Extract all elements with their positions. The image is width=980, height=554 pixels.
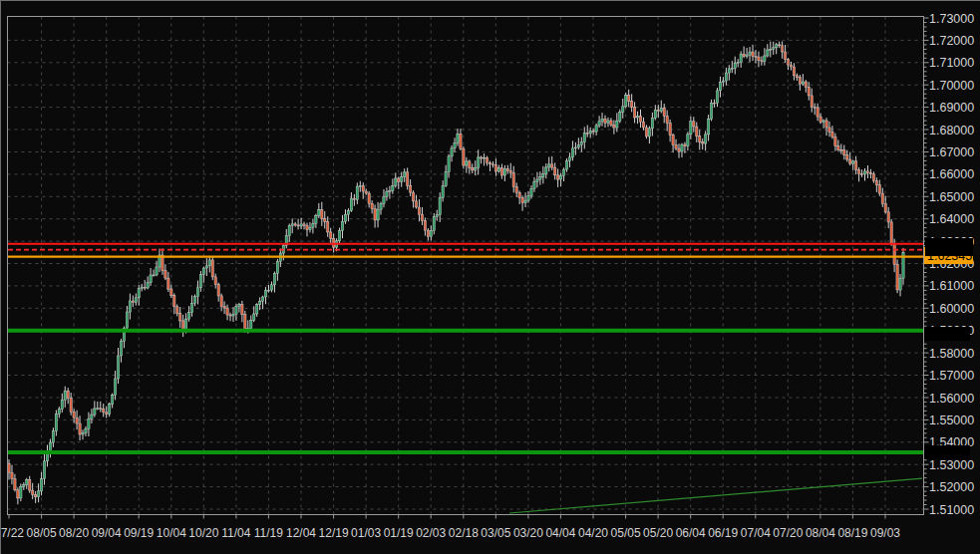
candle-down bbox=[494, 164, 496, 171]
candle-up bbox=[852, 161, 854, 163]
candle-down bbox=[808, 87, 810, 96]
candle-down bbox=[878, 185, 880, 193]
candle-up bbox=[740, 54, 742, 62]
candle-down bbox=[330, 232, 332, 238]
date-axis-label: 05/20 bbox=[643, 526, 673, 540]
candle-down bbox=[884, 204, 886, 212]
candle-up bbox=[341, 221, 343, 230]
candle-up bbox=[264, 290, 266, 297]
candle-up bbox=[190, 303, 192, 312]
candle-down bbox=[173, 296, 175, 307]
candle-down bbox=[556, 175, 558, 179]
candle-down bbox=[211, 260, 213, 277]
candle-up bbox=[568, 157, 570, 161]
candle-down bbox=[521, 198, 523, 203]
candle-down bbox=[100, 409, 102, 410]
candle-down bbox=[840, 149, 842, 150]
candle-down bbox=[799, 78, 801, 85]
candle-up bbox=[238, 305, 240, 307]
candle-up bbox=[731, 68, 733, 69]
candle-up bbox=[193, 297, 195, 304]
candle-up bbox=[619, 113, 621, 122]
candle-up bbox=[483, 157, 485, 158]
candle-down bbox=[398, 178, 400, 181]
candle-up bbox=[445, 172, 447, 186]
date-axis-label: 08/19 bbox=[837, 526, 867, 540]
candle-down bbox=[164, 271, 166, 279]
candle-up bbox=[386, 191, 388, 196]
candle-down bbox=[179, 314, 181, 322]
candle-down bbox=[630, 102, 632, 108]
candle-up bbox=[147, 283, 149, 288]
candle-up bbox=[767, 50, 769, 56]
candle-up bbox=[291, 224, 293, 226]
candle-up bbox=[571, 148, 573, 157]
candle-down bbox=[407, 172, 409, 185]
candle-up bbox=[202, 268, 204, 275]
candle-down bbox=[506, 169, 508, 171]
candle-up bbox=[503, 169, 505, 176]
candle-down bbox=[675, 144, 677, 148]
candle-up bbox=[344, 214, 346, 221]
candle-up bbox=[138, 289, 140, 298]
candle-up bbox=[135, 298, 137, 303]
candle-down bbox=[214, 277, 216, 285]
candle-up bbox=[497, 168, 499, 171]
price-chart[interactable]: 1.730001.720001.710001.700001.690001.680… bbox=[1, 1, 980, 554]
candle-down bbox=[509, 171, 511, 173]
candle-down bbox=[321, 210, 323, 219]
candle-down bbox=[592, 131, 594, 132]
candle-down bbox=[699, 137, 701, 142]
candle-up bbox=[776, 45, 778, 48]
candle-up bbox=[273, 273, 275, 285]
candle-up bbox=[88, 418, 90, 428]
candle-down bbox=[424, 221, 426, 231]
candle-up bbox=[111, 396, 113, 405]
candle-up bbox=[436, 215, 438, 217]
candlestick-chart-canvas[interactable]: 1.730001.720001.710001.700001.690001.680… bbox=[1, 1, 980, 554]
candle-down bbox=[666, 117, 668, 124]
candle-down bbox=[758, 57, 760, 61]
candle-down bbox=[784, 52, 786, 60]
candle-up bbox=[270, 285, 272, 290]
candle-down bbox=[586, 134, 588, 135]
candle-up bbox=[707, 119, 709, 135]
candle-up bbox=[315, 216, 317, 224]
candle-up bbox=[863, 171, 865, 174]
candle-up bbox=[389, 191, 391, 192]
candle-down bbox=[371, 203, 373, 208]
candle-up bbox=[153, 275, 155, 276]
candle-up bbox=[802, 82, 804, 84]
candle-down bbox=[472, 167, 474, 170]
candle-up bbox=[687, 135, 689, 146]
candle-down bbox=[103, 409, 105, 412]
candle-up bbox=[536, 179, 538, 182]
candle-up bbox=[312, 223, 314, 227]
candle-up bbox=[595, 126, 597, 132]
candle-up bbox=[276, 261, 278, 273]
candle-up bbox=[150, 275, 152, 283]
price-axis-label: 1.70000 bbox=[929, 79, 974, 93]
candle-down bbox=[825, 121, 827, 128]
candle-up bbox=[52, 431, 54, 442]
candle-up bbox=[40, 479, 42, 491]
candle-down bbox=[11, 472, 13, 479]
date-axis-label: 10/20 bbox=[188, 526, 218, 540]
candle-down bbox=[857, 170, 859, 174]
candle-up bbox=[601, 119, 603, 122]
candle-down bbox=[781, 46, 783, 52]
candle-down bbox=[362, 186, 364, 191]
price-axis-label: 1.68000 bbox=[929, 124, 974, 138]
candle-down bbox=[554, 167, 556, 175]
candle-down bbox=[779, 45, 781, 46]
candle-down bbox=[817, 108, 818, 117]
candle-down bbox=[610, 121, 612, 125]
candle-up bbox=[300, 224, 302, 226]
price-axis-label: 1.66000 bbox=[929, 167, 974, 181]
candle-down bbox=[696, 127, 698, 137]
date-axis-label: 06/19 bbox=[708, 526, 738, 540]
candle-down bbox=[860, 174, 862, 175]
candle-down bbox=[73, 412, 75, 417]
candle-down bbox=[294, 224, 296, 225]
candle-up bbox=[256, 305, 258, 314]
